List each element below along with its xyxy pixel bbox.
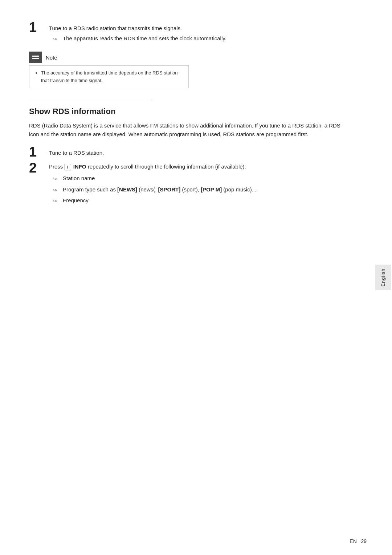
step2-arrow2-item: ↪ Program type such as [NEWS] (news(, [S… [53,185,256,194]
note-item: The accuracy of the transmitted time dep… [41,69,183,84]
step2-press-text: Press [49,163,63,170]
step2-step2-line: Press i INFO repeatedly to scroll throug… [49,162,256,171]
arrow2-news: [NEWS] [117,186,137,193]
arrow2-text3: (pop music)... [222,186,256,193]
section-divider [29,100,152,100]
arrow3-text: Frequency [63,196,89,204]
side-tab: English [374,0,392,555]
step2-step1-number: 1 [29,145,49,159]
arrow2-symbol: ↪ [53,185,63,194]
step1-arrow-item: ↪ The apparatus reads the RDS time and s… [53,34,345,43]
note-icon-line2 [32,58,39,59]
step1-text: Tune to a RDS radio station that transmi… [49,24,345,33]
step1-block: 1 Tune to a RDS radio station that trans… [29,22,345,43]
note-icon [29,52,42,63]
arrow2-text2: (sport), [180,186,201,193]
footer-lang: EN [350,538,356,544]
info-icon: i [65,164,71,170]
note-header: Note [29,52,345,63]
step2-step1-content: Tune to a RDS station. [49,146,345,157]
page-footer: EN 29 [350,538,367,544]
arrow2-text1: (news(, [137,186,158,193]
step2-arrow1-item: ↪ Station name [53,174,256,183]
step1-content: Tune to a RDS radio station that transmi… [49,22,345,43]
step2-step2-number: 2 [29,161,49,175]
note-label: Note [46,54,57,61]
note-content: The accuracy of the transmitted time dep… [29,65,189,88]
arrow-symbol: ↪ [53,34,63,43]
arrow2-popm: [POP M] [201,186,222,193]
arrow2-text: Program type such as [NEWS] (news(, [SPO… [63,185,256,194]
arrow2-prefix: Program type such as [63,186,117,193]
side-tab-label: English [375,265,391,290]
note-box: Note The accuracy of the transmitted tim… [29,52,345,88]
note-icon-line1 [32,56,39,57]
step1-number: 1 [29,20,49,34]
arrow2-sport: [SPORT] [158,186,181,193]
step2-text2: repeatedly to scroll through the followi… [88,163,246,170]
section2-intro: RDS (Radio Data System) is a service tha… [29,121,345,139]
step2-step2-block: 2 Press i INFO repeatedly to scroll thro… [29,162,345,205]
footer-page: 29 [361,538,367,544]
step2-arrow3-item: ↪ Frequency [53,196,256,205]
step1-arrow-text: The apparatus reads the RDS time and set… [63,34,226,42]
step2-step2-content: Press i INFO repeatedly to scroll throug… [49,162,256,205]
section2-title: Show RDS information [29,107,345,116]
step2-step1-block: 1 Tune to a RDS station. [29,146,345,159]
arrow3-symbol: ↪ [53,196,63,205]
arrow1-symbol: ↪ [53,174,63,183]
arrow1-text: Station name [63,174,95,182]
info-label: INFO [73,163,86,170]
step2-step1-text: Tune to a RDS station. [49,149,345,157]
